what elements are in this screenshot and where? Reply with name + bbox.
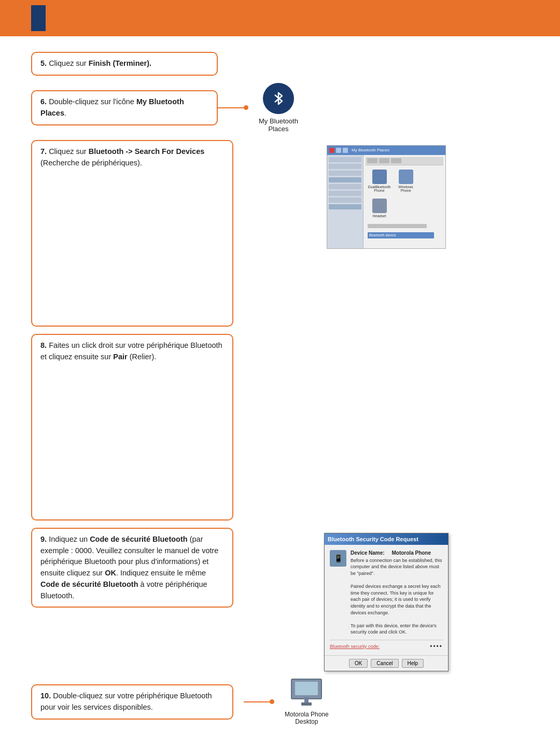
main-content: 5. Cliquez sur Finish (Terminer). 6. Dou…: [0, 36, 560, 732]
screenshot-container: My Bluetooth Places: [244, 140, 529, 249]
device-grid: DualBluetoothPhone WindowsPhone Headset: [366, 167, 443, 220]
close-btn: [329, 148, 334, 153]
step6-number: 6.: [40, 97, 47, 106]
security-dialog: Bluetooth Security Code Request 📱 Device…: [324, 533, 449, 671]
step7-box: 7. Cliquez sur Bluetooth -> Search For D…: [31, 140, 233, 327]
device-label-2: WindowsPhone: [398, 185, 413, 192]
device-label-3: Headset: [372, 214, 386, 218]
screenshot-toolbar: [366, 157, 443, 165]
sidebar-item-4: [329, 177, 361, 182]
device-item-3: Headset: [368, 199, 391, 218]
steps7-8-row: 7. Cliquez sur Bluetooth -> Search For D…: [31, 140, 529, 520]
toolbar-item-2: [379, 158, 389, 163]
screenshot-main: DualBluetoothPhone WindowsPhone Headset: [363, 155, 445, 248]
toolbar-item-3: [391, 158, 401, 163]
dialog-device-name-label: Device Name: Motorola Phone: [351, 550, 443, 556]
bluetooth-places-icon-wrap: My Bluetooth Places: [259, 83, 298, 133]
step8-text: Faites un click droit sur votre périphér…: [40, 341, 222, 361]
step9-text: Indiquez un Code de sécurité Bluetooth (…: [40, 535, 218, 600]
dialog-phone-icon: 📱: [330, 550, 346, 567]
screenshot-body: DualBluetoothPhone WindowsPhone Headset: [327, 155, 445, 248]
sidebar-item-1: [329, 157, 361, 162]
bluetooth-search-screenshot: My Bluetooth Places: [327, 145, 446, 249]
bluetooth-label-line1: My Bluetooth: [259, 117, 298, 125]
motorola-label-line2: Desktop: [285, 718, 329, 725]
step5-number: 5.: [40, 59, 47, 67]
step10-connector-wrap: Motorola Phone Desktop: [244, 679, 529, 725]
step5-box: 5. Cliquez sur Finish (Terminer).: [31, 52, 218, 76]
step9-left: 9. Indiquez un Code de sécurité Bluetoot…: [31, 528, 233, 608]
device-icon-1: [372, 170, 387, 184]
connector-dot-6: [244, 105, 248, 110]
max-btn: [343, 148, 348, 153]
dialog-title-text: Bluetooth Security Code Request: [328, 536, 418, 542]
toolbar-item-1: [367, 158, 377, 163]
step7-text: Cliquez sur Bluetooth -> Search For Devi…: [40, 147, 204, 167]
sidebar-item-6: [329, 191, 361, 196]
status-bar: [368, 224, 427, 228]
device-icon-3: [372, 199, 387, 213]
min-btn: [336, 148, 341, 153]
monitor-stand: [304, 697, 309, 702]
bluetooth-svg: [270, 90, 287, 107]
dialog-description: Before a connection can be established, …: [351, 557, 443, 636]
bluetooth-icon: [263, 83, 294, 114]
step9-row: 9. Indiquez un Code de sécurité Bluetoot…: [31, 528, 529, 671]
motorola-computer-icon: [286, 679, 327, 710]
sidebar-item-8: [329, 204, 361, 209]
monitor-screen: [295, 682, 318, 695]
screenshot-titlebar: My Bluetooth Places: [327, 146, 445, 155]
dialog-field-label: Bluetooth security code:: [330, 644, 427, 649]
step10-row: 10. Double-cliquez sur votre périphériqu…: [31, 679, 529, 725]
monitor-base: [301, 702, 312, 706]
header-blue-block: [31, 5, 46, 31]
step10-text: Double-cliquez sur votre périphérique Bl…: [40, 692, 212, 711]
device-icon-2: [399, 170, 413, 184]
dialog-code-dots: ••••: [430, 643, 443, 650]
selected-device: Bluetooth device: [368, 232, 434, 238]
step8-number: 8.: [40, 341, 47, 349]
step6-row: 6. Double-cliquez sur l'icône My Bluetoo…: [31, 83, 529, 133]
dialog-buttons: OK Cancel Help: [325, 655, 448, 671]
motorola-wrap: Motorola Phone Desktop: [285, 679, 329, 725]
sidebar-item-7: [329, 198, 361, 203]
connector-dot-10: [270, 699, 274, 704]
dialog-cancel-button[interactable]: Cancel: [371, 659, 398, 668]
sidebar-item-5: [329, 184, 361, 189]
device-search-result: Bluetooth device: [366, 231, 443, 240]
bluetooth-places-label: My Bluetooth Places: [259, 117, 298, 133]
connector-line-10: [244, 701, 270, 702]
step6-box: 6. Double-cliquez sur l'icône My Bluetoo…: [31, 90, 218, 125]
security-dialog-container: Bluetooth Security Code Request 📱 Device…: [244, 528, 529, 671]
connector-line-6: [218, 107, 244, 108]
dialog-titlebar: Bluetooth Security Code Request: [325, 533, 448, 545]
search-status-bar: [366, 223, 443, 229]
header-bar: [0, 0, 560, 36]
step5-text: Cliquez sur Finish (Terminer).: [49, 59, 151, 67]
steps7-8-left: 7. Cliquez sur Bluetooth -> Search For D…: [31, 140, 233, 520]
bluetooth-security-code-label: Bluetooth security code:: [330, 644, 380, 649]
dialog-device-info: Device Name: Motorola Phone Before a con…: [351, 550, 443, 636]
step6-connector: My Bluetooth Places: [218, 83, 529, 133]
monitor-body: [291, 679, 322, 699]
dialog-device-row: 📱 Device Name: Motorola Phone Before a c…: [330, 550, 443, 636]
screenshot-title-text: My Bluetooth Places: [352, 148, 389, 152]
dialog-help-button[interactable]: Help: [402, 659, 424, 668]
step6-text: Double-cliquez sur l'icône My Bluetooth …: [40, 97, 184, 117]
step10-number: 10.: [40, 692, 51, 700]
motorola-label-line1: Motorola Phone: [285, 711, 329, 718]
device-item-1: DualBluetoothPhone: [368, 170, 391, 192]
step5-row: 5. Cliquez sur Finish (Terminer).: [31, 52, 529, 76]
sidebar-item-2: [329, 164, 361, 169]
step9-box: 9. Indiquez un Code de sécurité Bluetoot…: [31, 528, 233, 608]
motorola-illustration: Motorola Phone Desktop: [285, 679, 329, 725]
step9-number: 9.: [40, 535, 47, 543]
motorola-labels: Motorola Phone Desktop: [285, 711, 329, 725]
dialog-ok-button[interactable]: OK: [349, 659, 368, 668]
step7-number: 7.: [40, 147, 47, 156]
dialog-body: 📱 Device Name: Motorola Phone Before a c…: [325, 545, 448, 655]
device-label-1: DualBluetoothPhone: [368, 185, 391, 192]
device-item-2: WindowsPhone: [394, 170, 417, 192]
bluetooth-label-line2: Places: [268, 125, 288, 133]
dialog-field-row: Bluetooth security code: ••••: [330, 640, 443, 650]
